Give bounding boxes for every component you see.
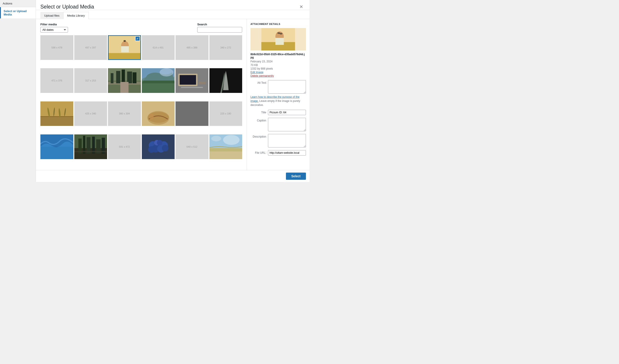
dialog-body: Filter media All dates January 2024 Febr… <box>36 19 310 170</box>
media-item[interactable]: 640 x 512 <box>176 134 209 159</box>
media-grid: 598 x 478497 x 397 ✓614 x 491485 x 38834… <box>40 35 242 167</box>
svg-rect-33 <box>40 116 73 126</box>
svg-rect-17 <box>133 72 137 84</box>
media-item[interactable] <box>142 101 175 126</box>
svg-rect-19 <box>120 82 129 93</box>
svg-rect-29 <box>181 87 203 88</box>
svg-point-23 <box>160 68 173 77</box>
title-input[interactable] <box>268 110 306 115</box>
media-item[interactable]: 471 x 376 <box>40 68 73 93</box>
delete-permanently-link[interactable]: Delete permanently <box>251 74 306 77</box>
alt-text-help: Learn how to describe the purpose of the… <box>251 95 306 107</box>
media-item[interactable]: 614 x 491 <box>142 35 175 60</box>
caption-label: Caption <box>251 118 266 122</box>
media-item[interactable]: ✓ <box>108 35 141 60</box>
media-item[interactable] <box>209 68 242 93</box>
placeholder-label: 317 x 253 <box>85 79 96 82</box>
filter-media-label: Filter media <box>40 23 68 26</box>
svg-rect-15 <box>122 70 125 83</box>
search-group: Search <box>197 23 242 32</box>
svg-rect-26 <box>180 75 196 85</box>
media-item[interactable] <box>40 101 73 126</box>
media-item[interactable] <box>40 134 73 159</box>
placeholder-label: 591 x 472 <box>119 145 130 148</box>
svg-point-72 <box>162 145 168 151</box>
media-item[interactable]: 598 x 478 <box>40 35 73 60</box>
select-button[interactable]: Select <box>286 173 306 180</box>
filter-select[interactable]: All dates January 2024 February 2024 Mar… <box>40 27 68 32</box>
tab-upload-files[interactable]: Upload files <box>40 12 63 19</box>
attachment-dimensions: 1332 by 888 pixels <box>251 67 306 70</box>
attachment-thumbnail <box>251 28 306 51</box>
alt-text-input[interactable] <box>268 80 306 94</box>
attachment-date: February 15, 2024 <box>251 60 306 63</box>
description-input[interactable] <box>268 134 306 147</box>
caption-input[interactable] <box>268 118 306 131</box>
dialog-title: Select or Upload Media <box>40 4 94 10</box>
svg-rect-84 <box>275 38 284 45</box>
media-item[interactable]: 591 x 472 <box>108 134 141 159</box>
svg-rect-16 <box>127 71 132 83</box>
media-item[interactable]: 340 x 272 <box>209 35 242 60</box>
search-input[interactable] <box>197 27 242 32</box>
alt-text-row: Alt Text <box>251 80 306 94</box>
close-button[interactable]: ✕ <box>298 4 305 10</box>
svg-rect-28 <box>199 82 206 84</box>
svg-point-89 <box>280 33 282 35</box>
file-url-input[interactable] <box>268 150 306 155</box>
placeholder-label: 471 x 376 <box>51 79 62 82</box>
placeholder-label: 340 x 272 <box>220 46 231 49</box>
caption-row: Caption <box>251 118 306 131</box>
media-item[interactable]: 485 x 388 <box>176 35 209 60</box>
attachment-filesize: 70 KB <box>251 64 306 67</box>
svg-rect-18 <box>111 73 113 83</box>
attachment-panel: ATTACHMENT DETAILS 8b9c022d-05b0-3325-80… <box>247 19 310 170</box>
media-item[interactable]: 425 x 340 <box>74 101 107 126</box>
media-item[interactable] <box>209 134 242 159</box>
file-url-row: File URL: <box>251 150 306 155</box>
media-item[interactable]: 317 x 253 <box>74 68 107 93</box>
svg-rect-77 <box>209 148 242 152</box>
filter-group: Filter media All dates January 2024 Febr… <box>40 23 68 32</box>
svg-point-78 <box>223 135 239 145</box>
sidebar: Actions Select or Upload Media <box>0 0 36 182</box>
tab-media-library[interactable]: Media Library <box>63 12 89 19</box>
media-item[interactable] <box>74 134 107 159</box>
svg-point-79 <box>211 136 221 141</box>
sidebar-actions-label: Actions <box>0 0 36 7</box>
media-item[interactable] <box>142 68 175 93</box>
svg-rect-10 <box>124 40 126 42</box>
svg-rect-14 <box>116 71 120 83</box>
media-dialog: Select or Upload Media ✕ Upload files Me… <box>36 0 310 182</box>
svg-point-74 <box>157 140 162 145</box>
svg-rect-5 <box>121 46 129 52</box>
media-item[interactable]: 225 x 180 <box>209 101 242 126</box>
title-row: Title <box>251 110 306 115</box>
thumbnail-svg <box>251 28 306 51</box>
svg-rect-31 <box>209 68 242 93</box>
sidebar-select-upload[interactable]: Select or Upload Media <box>0 7 36 18</box>
description-label: Description <box>251 134 266 138</box>
media-item[interactable] <box>176 68 209 93</box>
media-item[interactable]: 380 x 304 <box>108 101 141 126</box>
svg-rect-45 <box>176 101 209 126</box>
placeholder-label: 614 x 491 <box>153 46 164 49</box>
media-item[interactable]: 497 x 397 <box>74 35 107 60</box>
attachment-heading: ATTACHMENT DETAILS <box>251 23 306 25</box>
media-item[interactable] <box>108 68 141 93</box>
media-item[interactable] <box>142 134 175 159</box>
tabs-container: Upload files Media Library <box>36 12 310 19</box>
title-label: Title <box>251 110 266 114</box>
placeholder-label: 485 x 388 <box>186 46 197 49</box>
filter-row: Filter media All dates January 2024 Febr… <box>40 23 242 32</box>
media-item[interactable] <box>176 101 209 126</box>
placeholder-label: 425 x 340 <box>85 112 96 115</box>
placeholder-label: 598 x 478 <box>51 46 62 49</box>
file-url-label: File URL: <box>251 150 266 154</box>
edit-image-link[interactable]: Edit Image <box>251 71 306 74</box>
dialog-header: Select or Upload Media ✕ <box>36 0 310 10</box>
svg-rect-55 <box>40 134 73 147</box>
selected-check-badge: ✓ <box>135 36 140 41</box>
placeholder-label: 380 x 304 <box>119 112 130 115</box>
placeholder-label: 225 x 180 <box>220 112 231 115</box>
